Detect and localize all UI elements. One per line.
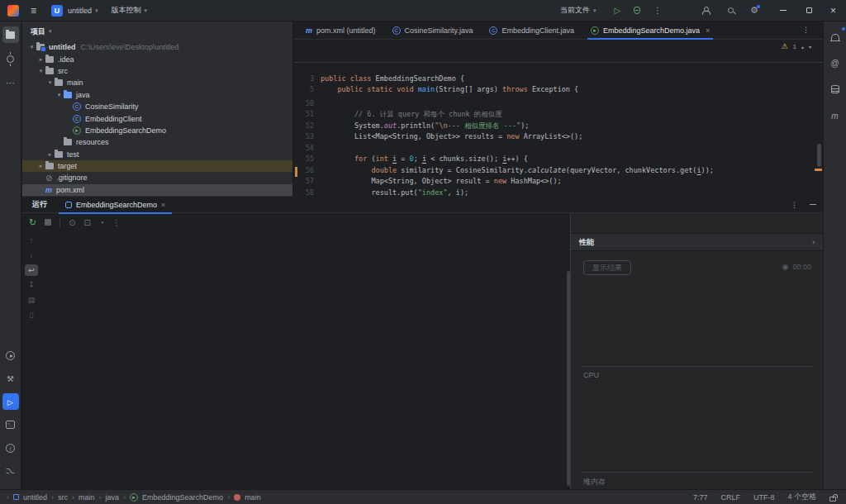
tree-expand-icon[interactable]: ▾ (55, 92, 64, 98)
breadcrumb-item[interactable]: › main (227, 493, 261, 502)
editor-scrollbar[interactable] (817, 144, 821, 167)
tool-window-button[interactable] (2, 463, 19, 479)
project-tree-item[interactable]: ▸ target (22, 160, 292, 172)
project-tree-item[interactable]: ▸ test (22, 149, 292, 160)
project-tree-item[interactable]: ▸ .idea (22, 53, 292, 64)
stop-icon[interactable] (45, 219, 51, 226)
editor-tab[interactable]: CosineSimilarity.java (384, 21, 482, 40)
tool-window-button[interactable] (2, 26, 19, 43)
hide-panel-icon[interactable] (810, 204, 816, 206)
code-line[interactable]: 58 result.put("index", i); (294, 188, 823, 197)
performance-panel-header[interactable]: 性能 › (571, 233, 823, 251)
project-tree-item[interactable]: ▾ main (22, 77, 292, 88)
search-everywhere-icon[interactable] (728, 7, 734, 13)
project-tree-item[interactable]: pom.xml (22, 184, 292, 196)
project-tree-item[interactable]: .gitignore (22, 172, 292, 183)
tool-window-button[interactable] (2, 440, 19, 456)
tool-window-button[interactable] (2, 50, 19, 67)
breadcrumb-item[interactable]: › java (99, 493, 120, 502)
project-tree-item[interactable]: ▾ src (22, 65, 292, 77)
tab-options-icon[interactable]: ⋮ (802, 26, 810, 34)
tool-window-button[interactable] (2, 74, 19, 91)
code-line[interactable]: 5 public static void main(String[] args)… (294, 84, 823, 96)
prev-problem-icon[interactable]: ▴ (801, 44, 804, 50)
tool-window-button[interactable] (2, 347, 19, 364)
clear-console-icon[interactable]: ▯ (25, 309, 38, 321)
tree-expand-icon[interactable]: ▾ (45, 79, 55, 86)
code-line[interactable]: 52 System.out.println("\n--- 相似度排名 ---")… (294, 121, 823, 132)
code-line[interactable]: 55 for (int i = 0; i < chunks.size(); i+… (294, 154, 823, 165)
code-line[interactable]: 57 Map<String, Object> result = new Hash… (294, 176, 823, 188)
breadcrumb-item[interactable]: › main (72, 493, 95, 502)
debug-button[interactable] (634, 7, 640, 14)
unlock-icon[interactable] (829, 497, 836, 502)
caret-position[interactable]: 7:77 (693, 493, 708, 502)
tree-expand-icon[interactable]: ▸ (36, 56, 45, 63)
print-icon[interactable]: ▤ (25, 294, 38, 306)
project-tree-item[interactable]: EmbeddingClient (22, 112, 292, 124)
code-line[interactable]: 53 List<Map<String, Object>> results = n… (294, 131, 823, 143)
tool-window-button[interactable] (827, 107, 844, 124)
project-widget[interactable]: untitled ▾ (68, 7, 98, 15)
run-tab[interactable]: EmbeddingSearchDemo × (59, 197, 172, 213)
project-tree-item[interactable]: ▾ untitled C:\Users\eve\Desktop\untitled (22, 41, 292, 53)
project-tree-item[interactable]: ▾ java (22, 89, 292, 101)
close-icon[interactable]: × (706, 26, 710, 35)
run-panel-options-icon[interactable]: ⋮ (791, 201, 798, 209)
code-line[interactable]: 51 // 6. 计算 query 和每个 chunk 的相似度 (294, 109, 823, 121)
indent-setting[interactable]: 4 个空格 (787, 492, 816, 502)
up-stacktrace-icon[interactable]: ↑ (25, 235, 38, 246)
project-tree-item[interactable]: resources (22, 136, 292, 148)
line-ending[interactable]: CRLF (720, 493, 740, 502)
window-minimize-button[interactable] (780, 10, 787, 11)
editor-tab[interactable]: EmbeddingClient.java (481, 21, 582, 40)
tree-expand-icon[interactable]: ▾ (36, 68, 45, 74)
soft-wrap-icon[interactable]: ↩ (25, 264, 38, 276)
project-tree-item[interactable]: CosineSimilarity (22, 101, 292, 112)
code-line[interactable]: 56 double similarity = CosineSimilarity.… (294, 165, 823, 177)
file-encoding[interactable]: UTF-8 (753, 493, 775, 502)
window-close-button[interactable]: × (830, 5, 836, 17)
project-tree-item[interactable]: EmbeddingSearchDemo (22, 125, 292, 136)
vcs-widget[interactable]: 版本控制 ▾ (112, 5, 148, 16)
tool-window-button[interactable] (827, 55, 844, 71)
toolbar-more-icon[interactable]: ⋮ (112, 218, 121, 227)
editor-tab[interactable]: EmbeddingSearchDemo.java × (582, 21, 718, 40)
main-menu-icon[interactable]: ≡ (31, 5, 36, 17)
code-line[interactable]: 50 (294, 98, 823, 110)
project-panel-header[interactable]: 项目 ▾ (22, 21, 292, 41)
tool-window-button[interactable] (2, 393, 19, 410)
tree-expand-icon[interactable]: ▾ (27, 44, 36, 50)
show-results-button[interactable]: 显示结果 (583, 260, 631, 275)
code-line[interactable]: 54 (294, 143, 823, 155)
window-maximize-button[interactable] (806, 7, 812, 13)
breadcrumb-item[interactable]: › EmbeddingSearchDemo (123, 493, 223, 502)
close-icon[interactable]: × (161, 201, 165, 209)
run-config-selector[interactable]: 当前文件 ▾ (560, 5, 596, 16)
settings-gear-icon[interactable]: ⚙ (750, 6, 758, 15)
next-problem-icon[interactable]: ▾ (809, 44, 811, 50)
project-avatar[interactable]: U (51, 5, 63, 17)
tool-window-button[interactable] (827, 81, 844, 97)
thread-dump-icon[interactable]: ⊙ (69, 218, 75, 227)
tool-window-button[interactable] (2, 370, 19, 387)
rerun-icon[interactable]: ↻ (29, 217, 36, 228)
cpu-profile-icon[interactable]: ◔ (99, 218, 104, 227)
attach-profiler-icon[interactable]: ⊡ (84, 218, 91, 227)
scroll-to-end-icon[interactable]: ↧ (25, 279, 38, 291)
editor-tab[interactable]: pom.xml (untitled) (297, 21, 384, 40)
code-line[interactable]: 3 public class EmbeddingSearchDemo { (294, 74, 823, 85)
breadcrumb-item[interactable]: › untitled (7, 493, 47, 502)
down-stacktrace-icon[interactable]: ↓ (25, 250, 38, 261)
inspections-widget[interactable]: ⚠ 1 ▴ ▾ (781, 42, 811, 50)
tree-expand-icon[interactable]: ▸ (45, 151, 55, 158)
tool-window-button[interactable] (827, 28, 844, 45)
more-actions-icon[interactable]: ⋮ (654, 6, 662, 15)
tree-expand-icon[interactable]: ▸ (36, 163, 45, 169)
code-with-me-icon[interactable] (701, 7, 711, 15)
error-stripe-mark[interactable] (815, 169, 822, 171)
run-button[interactable]: ▷ (614, 6, 620, 15)
breadcrumb-item[interactable]: › src (51, 493, 68, 502)
console-output[interactable] (40, 231, 565, 489)
tool-window-button[interactable] (2, 416, 19, 433)
